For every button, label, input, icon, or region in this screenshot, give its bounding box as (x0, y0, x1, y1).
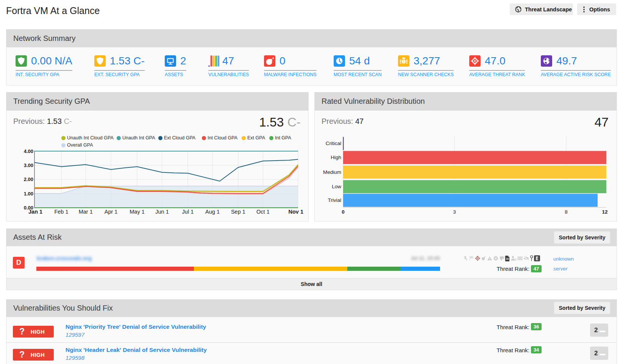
svg-text:Oct 1: Oct 1 (256, 209, 270, 215)
svg-text:8: 8 (565, 209, 568, 215)
svg-text:Nov 1: Nov 1 (289, 209, 304, 215)
svg-text:0: 0 (342, 209, 345, 215)
svg-text:12: 12 (602, 209, 607, 215)
svg-text:Medium: Medium (323, 169, 341, 175)
svg-text:Trivial: Trivial (328, 197, 342, 203)
svg-text:Jun 1: Jun 1 (155, 209, 169, 215)
svg-text:Feb 1: Feb 1 (54, 209, 68, 215)
svg-text:High: High (331, 155, 341, 160)
svg-text:Sep 1: Sep 1 (231, 209, 245, 215)
svg-text:1.00: 1.00 (24, 191, 33, 197)
svg-text:Low: Low (332, 184, 341, 189)
svg-text:Critical: Critical (326, 141, 341, 146)
svg-text:Jan 1: Jan 1 (28, 209, 42, 215)
svg-text:May 1: May 1 (130, 209, 145, 215)
svg-text:3: 3 (453, 209, 456, 215)
svg-text:4.00: 4.00 (24, 148, 33, 154)
svg-text:3.00: 3.00 (24, 162, 33, 168)
svg-text:Apr 1: Apr 1 (105, 209, 118, 215)
svg-text:Mar 1: Mar 1 (79, 209, 93, 215)
svg-text:Aug 1: Aug 1 (205, 209, 220, 215)
svg-text:2.00: 2.00 (24, 177, 33, 182)
svg-text:Jul 1: Jul 1 (182, 209, 194, 215)
